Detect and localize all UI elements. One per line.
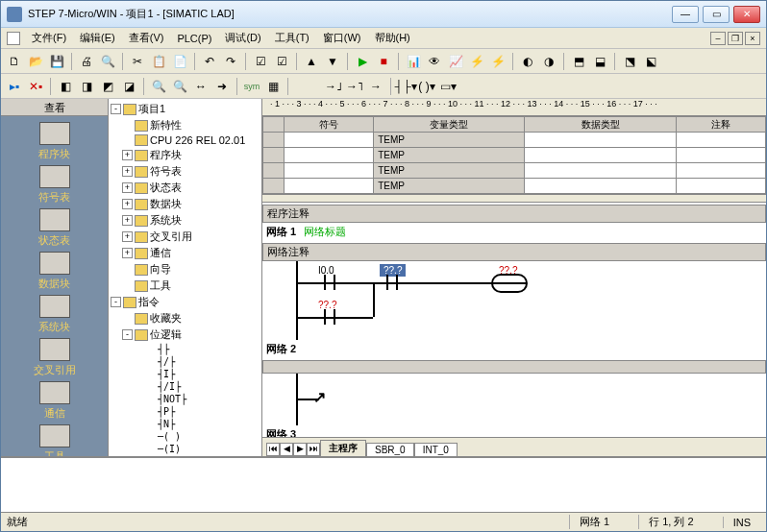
tab-first-button[interactable]: ⏮ xyxy=(266,443,280,456)
find-button[interactable]: 🔍 xyxy=(149,77,168,96)
line-up-button[interactable]: →˥ xyxy=(345,77,364,96)
table-header[interactable]: 符号 xyxy=(285,117,374,133)
download-button[interactable]: ▼ xyxy=(323,52,342,71)
contact-button[interactable]: ┤├▾ xyxy=(396,77,415,96)
nav-item-7[interactable]: 工具 xyxy=(16,424,93,456)
tree-instruction[interactable]: ┤N├ xyxy=(145,418,260,430)
tree-node[interactable]: 新特性 xyxy=(122,117,260,133)
cut-button[interactable]: ✂ xyxy=(128,52,147,71)
tree-node[interactable]: +通信 xyxy=(122,245,260,261)
table-header[interactable]: 数据类型 xyxy=(525,117,676,133)
nav-item-4[interactable]: 系统块 xyxy=(16,295,93,334)
line-down-button[interactable]: →˩ xyxy=(324,77,343,96)
misc3-button[interactable]: ⬒ xyxy=(569,52,588,71)
tab-prev-button[interactable]: ◀ xyxy=(280,443,293,456)
tree-node[interactable]: +程序块 xyxy=(122,147,260,163)
coil1-left[interactable] xyxy=(491,274,510,293)
tab-sbr0[interactable]: SBR_0 xyxy=(366,443,414,456)
box-button[interactable]: ▭▾ xyxy=(438,77,458,96)
expander-icon[interactable] xyxy=(122,264,133,275)
expander-icon[interactable]: + xyxy=(122,231,133,242)
tb2-c[interactable]: ◩ xyxy=(98,77,117,96)
table-scrollbar[interactable] xyxy=(262,194,766,202)
close-button[interactable]: ✕ xyxy=(733,6,760,23)
local-variable-table[interactable]: 符号变量类型数据类型注释 TEMPTEMPTEMPTEMP xyxy=(262,116,766,194)
force-button[interactable]: ⚡ xyxy=(467,52,486,71)
sym2-button[interactable]: ▦ xyxy=(263,77,283,96)
expander-icon[interactable]: - xyxy=(122,329,133,340)
expander-icon[interactable]: + xyxy=(122,248,133,258)
menu-edit[interactable]: 编辑(E) xyxy=(74,29,121,47)
expander-icon[interactable]: + xyxy=(122,150,133,160)
unforce-button[interactable]: ⚡ xyxy=(488,52,507,71)
redo-button[interactable]: ↷ xyxy=(221,52,240,71)
mdi-restore[interactable]: ❐ xyxy=(728,32,743,45)
replace-button[interactable]: ↔ xyxy=(191,77,210,96)
chart-button[interactable]: 📈 xyxy=(446,52,465,71)
tree-node[interactable]: 向导 xyxy=(122,261,260,278)
tree-instruction[interactable]: ┤I├ xyxy=(145,368,260,380)
line-right-button[interactable]: → xyxy=(366,77,385,96)
mdi-minimize[interactable]: – xyxy=(710,32,726,45)
menu-file[interactable]: 文件(F) xyxy=(26,29,72,47)
nav-item-3[interactable]: 数据块 xyxy=(16,252,93,291)
print-preview-button[interactable]: 🔍 xyxy=(98,52,117,71)
menu-debug[interactable]: 调试(D) xyxy=(219,29,266,47)
tree-node[interactable]: +交叉引用 xyxy=(122,229,260,245)
open-button[interactable]: 📂 xyxy=(26,52,45,71)
misc4-button[interactable]: ⬓ xyxy=(590,52,609,71)
misc2-button[interactable]: ◑ xyxy=(539,52,558,71)
menu-plc[interactable]: PLC(P) xyxy=(171,31,217,46)
tab-int0[interactable]: INT_0 xyxy=(414,443,458,456)
menu-tools[interactable]: 工具(T) xyxy=(269,29,315,47)
network3-title-row[interactable]: 网络 3 xyxy=(262,425,766,437)
menu-view[interactable]: 查看(V) xyxy=(123,29,170,47)
program-comment-header[interactable]: 程序注释 xyxy=(262,205,766,223)
tree-node[interactable]: +符号表 xyxy=(122,163,260,180)
upload-button[interactable]: ▲ xyxy=(302,52,321,71)
tb2-b[interactable]: ◨ xyxy=(77,77,96,96)
undo-button[interactable]: ↶ xyxy=(200,52,219,71)
table-row[interactable]: TEMP xyxy=(263,179,766,194)
maximize-button[interactable]: ▭ xyxy=(703,6,730,23)
table-row[interactable]: TEMP xyxy=(263,163,766,179)
status-button[interactable]: 📊 xyxy=(404,52,423,71)
table-header[interactable]: 注释 xyxy=(676,117,765,133)
tb2-a[interactable]: ◧ xyxy=(56,77,75,96)
tab-main[interactable]: 主程序 xyxy=(320,440,366,456)
expander-icon[interactable]: + xyxy=(122,166,133,177)
table-row[interactable]: TEMP xyxy=(263,133,766,148)
bookmark-go-button[interactable]: ▸▪ xyxy=(5,77,24,96)
tree-instruction[interactable]: ─( ) xyxy=(145,430,260,443)
network2-canvas[interactable]: ↗ xyxy=(262,374,766,425)
tree-node[interactable]: -项目1 xyxy=(111,101,260,117)
coil-button[interactable]: ( )▾ xyxy=(417,77,436,96)
goto-button[interactable]: ➜ xyxy=(212,77,232,96)
table-header[interactable] xyxy=(263,117,285,133)
expander-icon[interactable] xyxy=(122,135,133,146)
paste-button[interactable]: 📄 xyxy=(170,52,189,71)
nav-item-1[interactable]: 符号表 xyxy=(16,165,93,205)
misc5-button[interactable]: ⬔ xyxy=(620,52,639,71)
sym-button[interactable]: sym xyxy=(242,77,261,96)
network1-title-row[interactable]: 网络 1 网络标题 xyxy=(262,223,766,241)
expander-icon[interactable]: + xyxy=(122,199,133,209)
nav-item-5[interactable]: 交叉引用 xyxy=(16,338,93,377)
tb2-d[interactable]: ◪ xyxy=(119,77,138,96)
table-row[interactable]: TEMP xyxy=(263,148,766,163)
tree-instruction[interactable]: ┤NOT├ xyxy=(145,393,260,405)
tree-node[interactable]: +数据块 xyxy=(122,196,260,212)
tree-node[interactable]: 工具 xyxy=(122,278,260,294)
tree-instruction[interactable]: ┤P├ xyxy=(145,405,260,418)
monitor-button[interactable]: 👁 xyxy=(425,52,444,71)
menu-help[interactable]: 帮助(H) xyxy=(369,29,416,47)
expander-icon[interactable] xyxy=(122,120,133,131)
tab-next-button[interactable]: ▶ xyxy=(293,443,307,456)
contact2[interactable] xyxy=(378,271,407,294)
contact3[interactable] xyxy=(315,305,344,328)
run-button[interactable]: ▶ xyxy=(353,52,372,71)
tree-instruction[interactable]: ┤├ xyxy=(145,343,260,355)
print-button[interactable]: 🖨 xyxy=(77,52,96,71)
misc6-button[interactable]: ⬕ xyxy=(641,52,660,71)
nav-item-6[interactable]: 通信 xyxy=(16,381,93,421)
